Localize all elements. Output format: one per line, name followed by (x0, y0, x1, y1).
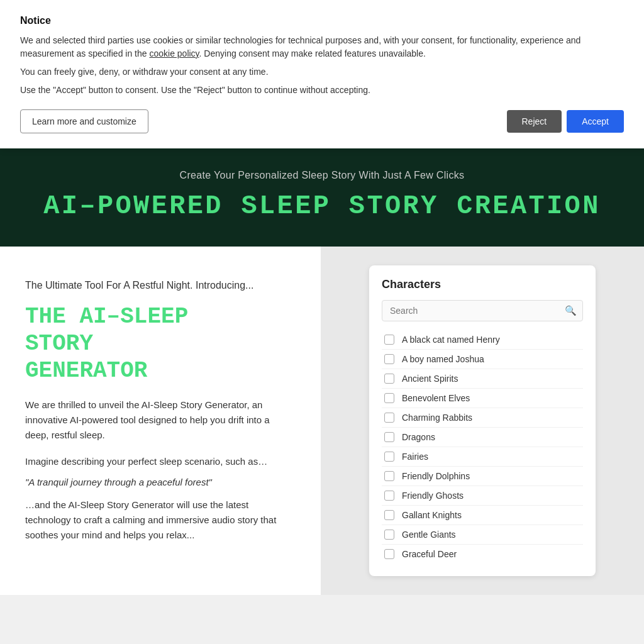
characters-title: Characters (382, 278, 583, 291)
learn-more-button[interactable]: Learn more and customize (20, 109, 148, 133)
cookie-notice: Notice We and selected third parties use… (0, 0, 644, 148)
character-checkbox[interactable] (384, 510, 394, 520)
character-label: Graceful Deer (402, 549, 457, 559)
left-panel-tech: …and the AI-Sleep Story Generator will u… (25, 497, 296, 543)
reject-button[interactable]: Reject (507, 110, 562, 133)
list-item: Gallant Knights (382, 506, 583, 525)
list-item: A boy named Joshua (382, 350, 583, 369)
left-panel-desc1: We are thrilled to unveil the AI-Sleep S… (25, 397, 296, 443)
characters-card: Characters 🔍 A black cat named HenryA bo… (369, 265, 596, 576)
search-container: 🔍 (382, 300, 583, 321)
character-checkbox[interactable] (384, 335, 394, 345)
character-label: Benevolent Elves (402, 393, 470, 403)
character-label: Friendly Ghosts (402, 491, 464, 501)
cookie-text-part2: . Denying consent may make related featu… (199, 48, 426, 58)
list-item: Gentle Giants (382, 525, 583, 545)
character-checkbox[interactable] (384, 452, 394, 462)
character-checkbox[interactable] (384, 471, 394, 481)
character-checkbox[interactable] (384, 374, 394, 384)
right-panel: Characters 🔍 A black cat named HenryA bo… (321, 247, 644, 595)
left-panel-intro: The Ultimate Tool For A Restful Night. I… (25, 278, 296, 293)
list-item: Charming Rabbits (382, 408, 583, 428)
character-checkbox[interactable] (384, 393, 394, 403)
character-checkbox[interactable] (384, 530, 394, 540)
search-icon: 🔍 (565, 305, 577, 316)
cookie-accept-reject-buttons: Reject Accept (507, 110, 625, 133)
left-panel-title: THE AI–SLEEPSTORYGENERATOR (25, 303, 296, 385)
accept-button[interactable]: Accept (567, 110, 624, 133)
list-item: Graceful Deer (382, 545, 583, 564)
body-section: The Ultimate Tool For A Restful Night. I… (0, 247, 644, 595)
list-item: A black cat named Henry (382, 330, 583, 350)
character-label: Gentle Giants (402, 530, 456, 540)
search-input[interactable] (382, 300, 583, 321)
list-item: Friendly Dolphins (382, 467, 583, 486)
page-content: Create Your Personalized Sleep Story Wit… (0, 145, 644, 595)
characters-list: A black cat named HenryA boy named Joshu… (382, 330, 583, 564)
hero-title: AI–POWERED SLEEP STORY CREATION (13, 191, 631, 221)
left-panel: The Ultimate Tool For A Restful Night. I… (0, 247, 321, 595)
left-panel-imagine: Imagine describing your perfect sleep sc… (25, 454, 296, 469)
list-item: Benevolent Elves (382, 389, 583, 408)
character-label: A boy named Joshua (402, 354, 484, 364)
character-checkbox[interactable] (384, 413, 394, 423)
character-label: Gallant Knights (402, 510, 462, 520)
character-label: Friendly Dolphins (402, 471, 470, 481)
left-panel-quote: "A tranquil journey through a peaceful f… (25, 477, 296, 487)
list-item: Fairies (382, 447, 583, 467)
cookie-notice-body: We and selected third parties use cookie… (20, 34, 624, 60)
cookie-text-line4: Use the "Accept" button to consent. Use … (20, 84, 624, 97)
character-checkbox[interactable] (384, 549, 394, 559)
cookie-buttons-row: Learn more and customize Reject Accept (20, 109, 624, 133)
character-label: Dragons (402, 432, 435, 442)
list-item: Friendly Ghosts (382, 486, 583, 506)
character-label: Ancient Spirits (402, 374, 458, 384)
list-item: Ancient Spirits (382, 369, 583, 389)
cookie-text-line3: You can freely give, deny, or withdraw y… (20, 65, 624, 79)
list-item: Dragons (382, 428, 583, 447)
cookie-notice-title: Notice (20, 15, 624, 26)
character-label: Charming Rabbits (402, 413, 472, 423)
character-label: Fairies (402, 452, 428, 462)
character-label: A black cat named Henry (402, 335, 500, 345)
cookie-policy-link[interactable]: cookie policy (149, 48, 199, 58)
character-checkbox[interactable] (384, 432, 394, 442)
character-checkbox[interactable] (384, 354, 394, 364)
character-checkbox[interactable] (384, 491, 394, 501)
hero-subtitle: Create Your Personalized Sleep Story Wit… (13, 170, 631, 181)
hero-section: Create Your Personalized Sleep Story Wit… (0, 145, 644, 247)
